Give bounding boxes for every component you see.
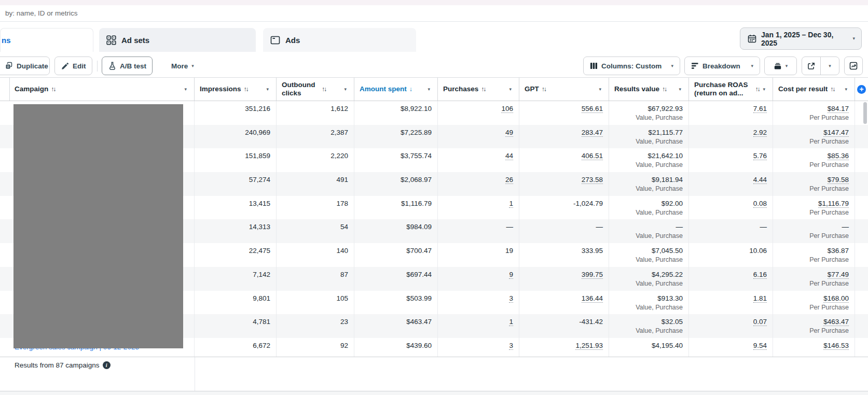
results-value-cell: $21,115.77Value, Purchase [609, 125, 689, 149]
sort-icon[interactable]: ↑↓ [755, 85, 760, 93]
row-toggle-cell [0, 338, 11, 357]
chevron-down-icon[interactable]: ▾ [344, 87, 347, 92]
cost-per-result-cell: $79.58Per Purchase [773, 172, 855, 196]
sort-icon[interactable]: ↑↓ [662, 85, 667, 93]
cost-per-result-cell: $85.36Per Purchase [773, 148, 855, 172]
calendar-icon [748, 34, 756, 43]
chevron-down-icon: ▾ [786, 64, 788, 68]
sort-icon[interactable]: ↑↓ [51, 85, 56, 93]
cost-per-result-subtitle: Per Purchase [778, 137, 849, 146]
chevron-down-icon[interactable]: ▾ [763, 87, 765, 92]
duplicate-icon [5, 62, 13, 70]
chevron-down-icon[interactable]: ▾ [599, 87, 601, 92]
reports-button[interactable]: ▾ [764, 57, 797, 75]
cost-per-result-cell: $1,116.79Per Purchase [773, 196, 855, 220]
results-value-cell: $7,045.50Value, Purchase [609, 243, 689, 267]
flask-icon [108, 62, 116, 70]
chevron-down-icon: ▾ [829, 64, 831, 68]
tab-ad-sets[interactable]: Ad sets [99, 28, 256, 52]
toolbar-separator [97, 61, 98, 72]
results-value-subtitle: Value, Purchase [614, 256, 683, 264]
vertical-scrollbar[interactable] [863, 102, 867, 124]
cost-per-result-cell: $36.87Per Purchase [773, 243, 855, 267]
tab-ads[interactable]: Ads [263, 28, 416, 52]
ads-frame-icon [270, 35, 280, 45]
header-add-column[interactable]: + [855, 78, 868, 101]
header-amount-spent[interactable]: Amount spent ↓ ▾ [354, 78, 438, 101]
results-value-cell: —Value, Purchase [609, 219, 689, 243]
results-value-cell: $21,642.10Value, Purchase [609, 148, 689, 172]
purchase-roas-cell: 2.92 [689, 125, 773, 149]
chevron-down-icon[interactable]: ▾ [266, 87, 269, 92]
header-outbound-clicks[interactable]: Outbound clicks ↑↓ ▾ [277, 78, 354, 101]
sort-desc-icon[interactable]: ↓ [409, 85, 414, 93]
impressions-cell: 351,216 [195, 101, 277, 125]
outbound-clicks-cell: 105 [277, 291, 354, 315]
results-value-subtitle: Value, Purchase [614, 327, 683, 335]
more-button[interactable]: More ▾ [165, 57, 205, 75]
header-gpt-label: GPT [525, 85, 539, 93]
sort-icon[interactable]: ↑↓ [830, 85, 835, 93]
chevron-down-icon[interactable]: ▾ [845, 87, 847, 92]
cost-per-result-subtitle: Per Purchase [778, 303, 849, 312]
tab-row: ns Ad sets Ads [0, 22, 868, 52]
duplicate-button[interactable]: Duplicate [0, 57, 50, 75]
add-column-spacer-cell [855, 267, 868, 291]
header-results-value[interactable]: Results value ↑↓ ▾ [609, 78, 689, 101]
chevron-down-icon[interactable]: ▾ [184, 87, 187, 92]
header-impressions[interactable]: Impressions ↑↓ ▾ [195, 78, 277, 101]
outbound-clicks-cell: 1,612 [277, 101, 354, 125]
sort-icon[interactable]: ↑↓ [542, 85, 547, 93]
breakdown-label: Breakdown [702, 62, 740, 70]
add-column-spacer-cell [855, 172, 868, 196]
search-bar[interactable]: by: name, ID or metrics [0, 5, 868, 22]
bottom-scroll-track[interactable] [0, 391, 868, 395]
tab-campaigns[interactable]: ns [0, 28, 93, 52]
breakdown-button[interactable]: Breakdown ▾ [684, 57, 760, 75]
chevron-down-icon[interactable]: ▾ [428, 87, 430, 92]
add-column-spacer-cell [855, 338, 868, 357]
header-toggle-column [0, 78, 10, 101]
date-range-picker[interactable]: Jan 1, 2025 – Dec 30, 2025 ▾ [740, 27, 862, 50]
header-purchase-roas[interactable]: Purchase ROAS (return on ad... ↑↓ ▾ [689, 78, 773, 101]
amount-spent-cell: $2,068.97 [354, 172, 438, 196]
chevron-down-icon: ▾ [191, 64, 194, 68]
gpt-cell: 556.61 [519, 101, 609, 125]
edit-button[interactable]: Edit [54, 57, 92, 75]
redacted-campaign-names [13, 104, 183, 348]
ad-sets-grid-icon [106, 35, 116, 45]
chevron-down-icon[interactable]: ▾ [679, 87, 681, 92]
purchase-roas-cell: 9.54 [689, 338, 773, 357]
chevron-down-icon[interactable]: ▾ [509, 87, 512, 92]
add-column-plus-icon[interactable]: + [857, 85, 866, 94]
charts-button[interactable] [844, 57, 863, 75]
export-options-button[interactable]: ▾ [821, 57, 839, 75]
outbound-clicks-cell: 178 [277, 196, 354, 220]
cost-per-result-subtitle: Per Purchase [778, 114, 849, 122]
row-toggle-cell [0, 219, 11, 243]
row-toggle-cell [0, 196, 11, 220]
purchase-roas-cell: 6.16 [689, 267, 773, 291]
header-cost-per-result[interactable]: Cost per result ↑↓ ▾ [773, 78, 855, 101]
sort-icon[interactable]: ↑↓ [322, 85, 327, 93]
impressions-cell: 7,142 [195, 267, 277, 291]
purchases-cell: 49 [438, 125, 519, 149]
header-purchases[interactable]: Purchases ↑↓ ▾ [438, 78, 519, 101]
outbound-clicks-cell: 140 [277, 243, 354, 267]
outbound-clicks-cell: 2,220 [277, 148, 354, 172]
cost-per-result-subtitle: Per Purchase [778, 279, 849, 288]
cost-per-result-cell: $84.17Per Purchase [773, 101, 855, 125]
gpt-cell: -1,024.79 [519, 196, 609, 220]
columns-icon [590, 62, 598, 69]
ab-test-button[interactable]: A/B test [102, 57, 153, 75]
results-value-cell: $32.05Value, Purchase [609, 314, 689, 338]
info-icon[interactable]: i [103, 361, 111, 369]
columns-button[interactable]: Columns: Custom ▾ [583, 57, 680, 75]
export-button[interactable] [802, 57, 821, 75]
sort-icon[interactable]: ↑↓ [244, 85, 249, 93]
purchase-roas-cell: 0.08 [689, 196, 773, 220]
header-campaign[interactable]: Campaign ↑↓ ▾ [10, 78, 195, 101]
amount-spent-cell: $8,922.10 [354, 101, 438, 125]
header-gpt[interactable]: GPT ↑↓ ▾ [519, 78, 609, 101]
sort-icon[interactable]: ↑↓ [481, 85, 486, 93]
